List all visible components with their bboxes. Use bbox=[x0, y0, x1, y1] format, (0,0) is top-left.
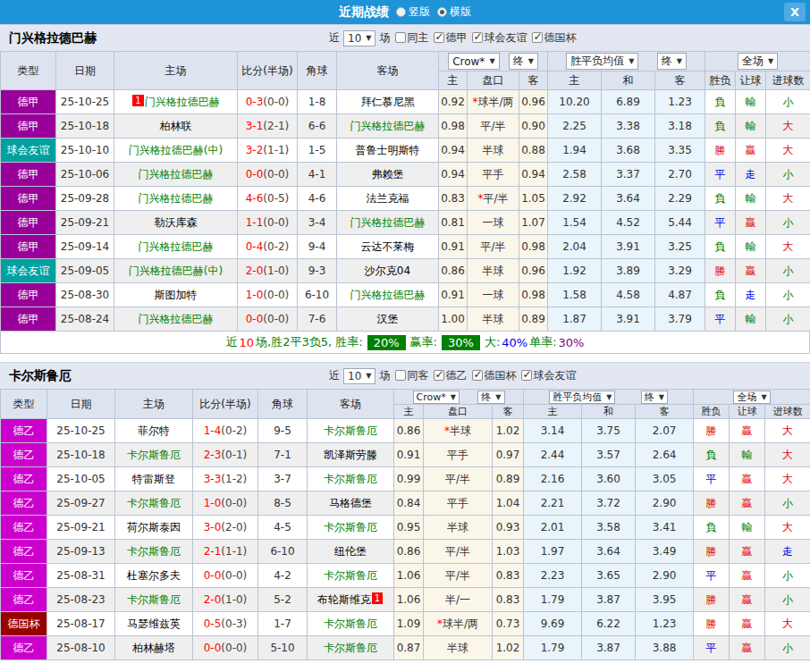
home-team[interactable]: 柏林赫塔 bbox=[132, 642, 175, 654]
league-badge: 德甲 bbox=[1, 163, 56, 187]
filter-checkbox[interactable]: 同客 bbox=[395, 368, 428, 383]
radio-icon[interactable] bbox=[396, 7, 406, 17]
home-team[interactable]: 杜塞尔多夫 bbox=[127, 569, 181, 582]
avg-final-dropdown[interactable]: 终▼ bbox=[657, 53, 687, 70]
score: 1-0(0-0) bbox=[193, 491, 258, 516]
home-team[interactable]: 门兴格拉德巴赫 bbox=[139, 240, 214, 253]
checkbox-checked-icon[interactable] bbox=[532, 32, 543, 43]
away-team[interactable]: 沙尔克04 bbox=[365, 265, 410, 277]
checkbox-checked-icon[interactable] bbox=[434, 32, 444, 43]
odds-home: 0.86 bbox=[394, 419, 424, 443]
filter-checkbox[interactable]: 球会友谊 bbox=[472, 30, 527, 46]
checkbox-unchecked-icon[interactable] bbox=[395, 370, 406, 381]
score: 0-0(0-0) bbox=[193, 636, 258, 660]
fulltime-score: 3-1 bbox=[246, 120, 264, 132]
avg-away: 2.64 bbox=[636, 443, 694, 467]
home-team[interactable]: 菲尔特 bbox=[138, 424, 170, 437]
away-team[interactable]: 门兴格拉德巴赫 bbox=[350, 216, 426, 229]
filters-bar: 近 10 ▼ 场 同主德甲球会友谊德国杯 bbox=[329, 30, 576, 46]
radio-selected-icon[interactable] bbox=[437, 7, 447, 17]
summary-segment: 30% bbox=[559, 336, 585, 349]
checkbox-checked-icon[interactable] bbox=[521, 370, 532, 381]
layout-radio-vertical[interactable]: 竖版 bbox=[396, 4, 430, 20]
games-count-select[interactable]: 10 ▼ bbox=[343, 368, 375, 384]
home-team[interactable]: 特雷斯登 bbox=[132, 473, 175, 485]
away-team[interactable]: 弗赖堡 bbox=[372, 168, 404, 181]
home-team[interactable]: 卡尔斯鲁厄 bbox=[127, 497, 181, 509]
home-team[interactable]: 马瑟维兹英 bbox=[127, 617, 181, 630]
away-team[interactable]: 卡尔斯鲁厄 bbox=[324, 424, 377, 437]
filter-checkbox[interactable]: 球会友谊 bbox=[521, 368, 576, 383]
corners: 4-6 bbox=[298, 187, 337, 211]
odds-away: 0.93 bbox=[493, 516, 524, 540]
odds-away: 0.98 bbox=[519, 235, 548, 259]
result-goals: 小 bbox=[765, 588, 810, 612]
checkbox-unchecked-icon[interactable] bbox=[395, 32, 406, 43]
avg-dropdown[interactable]: 胜平负均值▼ bbox=[566, 53, 638, 70]
summary-segment: 10 bbox=[240, 336, 255, 349]
away-team[interactable]: 卡尔斯鲁厄 bbox=[324, 617, 377, 630]
home-team[interactable]: 门兴格拉德巴赫 bbox=[145, 96, 220, 108]
away-team[interactable]: 凯泽斯劳滕 bbox=[324, 449, 377, 461]
away-team[interactable]: 卡尔斯鲁厄 bbox=[324, 569, 377, 582]
away-team[interactable]: 卡尔斯鲁厄 bbox=[324, 521, 377, 533]
away-team[interactable]: 普鲁士明斯特 bbox=[356, 144, 420, 156]
match-date: 25-09-14 bbox=[56, 235, 114, 259]
avg-away: 3.41 bbox=[636, 516, 694, 540]
filter-checkbox[interactable]: 德国杯 bbox=[472, 368, 516, 383]
checkbox-checked-icon[interactable] bbox=[472, 32, 483, 43]
odds-source-dropdown[interactable]: Crow*▼ bbox=[448, 53, 499, 70]
fulltime-dropdown[interactable]: 全场▼ bbox=[738, 53, 778, 70]
away-team[interactable]: 门兴格拉德巴赫 bbox=[350, 289, 426, 301]
recent-results-panel: 近期战绩 竖版 横版 X 门兴格拉德巴赫 近 10 ▼ 场 同主德甲球会友谊德国… bbox=[0, 0, 810, 660]
score: 3-2(1-1) bbox=[238, 139, 298, 163]
home-team[interactable]: 门兴格拉德巴赫 bbox=[139, 168, 214, 181]
away-team[interactable]: 拜仁慕尼黑 bbox=[361, 96, 415, 108]
home-team[interactable]: 卡尔斯鲁厄 bbox=[127, 593, 181, 606]
filter-checkbox-group: 同主德甲球会友谊德国杯 bbox=[390, 30, 576, 46]
away-team[interactable]: 门兴格拉德巴赫 bbox=[350, 120, 426, 132]
odds-final-dropdown[interactable]: 终▼ bbox=[509, 53, 538, 70]
checkbox-checked-icon[interactable] bbox=[472, 370, 483, 381]
avg-final-dropdown[interactable]: 终▼ bbox=[641, 391, 668, 404]
away-team[interactable]: 卡尔斯鲁厄 bbox=[324, 473, 377, 485]
away-team[interactable]: 布轮斯维克 bbox=[317, 593, 371, 606]
away-team[interactable]: 卡尔斯鲁厄 bbox=[324, 642, 377, 654]
filter-checkbox[interactable]: 德甲 bbox=[434, 30, 467, 46]
home-team[interactable]: 卡尔斯鲁厄 bbox=[127, 449, 181, 461]
games-count-select[interactable]: 10 ▼ bbox=[343, 30, 375, 46]
avg-away: 1.23 bbox=[655, 90, 705, 114]
checkbox-checked-icon[interactable] bbox=[434, 370, 444, 381]
away-team[interactable]: 纽伦堡 bbox=[334, 545, 367, 558]
summary-segment: 赢率: bbox=[410, 334, 437, 350]
odds-away: 0.83 bbox=[493, 564, 524, 588]
home-team[interactable]: 门兴格拉德巴赫 bbox=[139, 313, 214, 325]
home-team[interactable]: 门兴格拉德巴赫(中) bbox=[129, 144, 223, 156]
avg-dropdown[interactable]: 胜平负均值▼ bbox=[549, 391, 615, 404]
home-team[interactable]: 斯图加特 bbox=[155, 289, 198, 301]
filter-checkbox[interactable]: 德国杯 bbox=[532, 30, 576, 46]
avg-away: 2.90 bbox=[636, 564, 694, 588]
filter-checkbox[interactable]: 同主 bbox=[395, 30, 428, 46]
filter-checkbox[interactable]: 德乙 bbox=[434, 368, 467, 383]
odds-away: 0.98 bbox=[519, 283, 548, 307]
layout-radio-horizontal[interactable]: 横版 bbox=[437, 4, 471, 20]
odds-source-dropdown[interactable]: Crow*▼ bbox=[413, 391, 460, 404]
home-team[interactable]: 门兴格拉德巴赫 bbox=[139, 192, 214, 205]
close-button[interactable]: X bbox=[784, 3, 806, 21]
home-team[interactable]: 门兴格拉德巴赫(中) bbox=[129, 265, 223, 277]
fulltime-dropdown[interactable]: 全场▼ bbox=[733, 391, 770, 404]
away-team[interactable]: 马格德堡 bbox=[329, 497, 372, 509]
home-team[interactable]: 荷尔斯泰因 bbox=[127, 521, 181, 533]
league-badge: 德甲 bbox=[1, 235, 56, 259]
odds-final-dropdown[interactable]: 终▼ bbox=[477, 391, 504, 404]
home-team[interactable]: 柏林联 bbox=[160, 120, 192, 132]
away-team[interactable]: 法兰克福 bbox=[367, 192, 409, 205]
home-team[interactable]: 勒沃库森 bbox=[155, 216, 198, 229]
away-team[interactable]: 汉堡 bbox=[377, 313, 399, 325]
result-handicap: 贏 bbox=[730, 540, 765, 564]
home-team[interactable]: 卡尔斯鲁厄 bbox=[127, 545, 181, 558]
avg-draw: 3.38 bbox=[602, 114, 655, 139]
away-team[interactable]: 云达不莱梅 bbox=[361, 240, 415, 253]
halftime-score: (0-0) bbox=[221, 497, 247, 509]
